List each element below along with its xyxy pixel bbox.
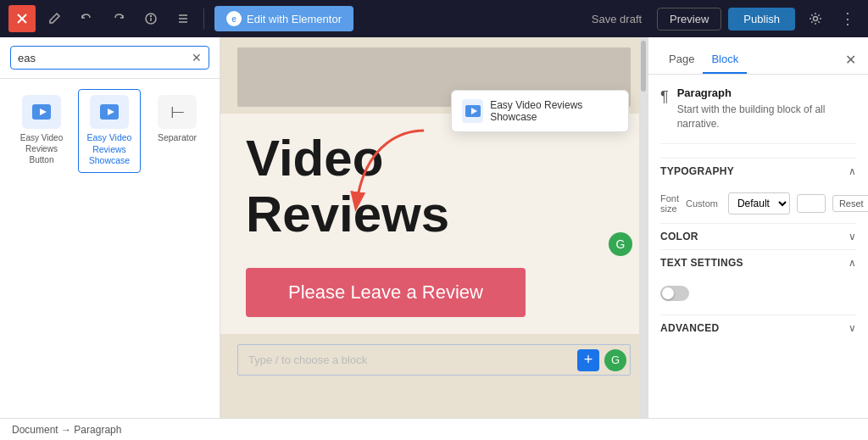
settings-button[interactable]: [802, 5, 829, 32]
search-input-wrapper: ✕: [10, 46, 209, 70]
panel-close-button[interactable]: ✕: [845, 52, 856, 68]
advanced-label: Advanced: [660, 322, 720, 334]
text-settings-label: Text settings: [660, 257, 743, 269]
redo-button[interactable]: [105, 5, 132, 32]
list-view-button[interactable]: [170, 5, 197, 32]
drop-cap-toggle[interactable]: [660, 286, 689, 301]
green-circle-top[interactable]: G: [609, 232, 632, 256]
toolbar-divider: [203, 8, 204, 29]
block-label-separator: Separator: [158, 132, 197, 144]
font-size-label: Font size: [660, 193, 679, 214]
block-item-easy-video-reviews-button[interactable]: Easy Video Reviews Button: [10, 89, 73, 173]
font-size-select[interactable]: Default: [728, 192, 790, 214]
right-panel-body: ¶ Paragraph Start with the building bloc…: [648, 75, 868, 418]
status-bar: Document → Paragraph: [0, 418, 868, 440]
popup-label: Easy Video Reviews Showcase: [490, 99, 618, 123]
text-settings-chevron: ∧: [849, 257, 856, 269]
green-circle-placeholder: G: [604, 349, 626, 371]
block-icon-easy-video-reviews-showcase: [90, 95, 129, 129]
right-panel-header: Page Block ✕: [648, 37, 868, 75]
search-input[interactable]: [18, 52, 192, 64]
typography-body: Font size Custom Default Reset: [660, 192, 856, 214]
typography-chevron: ∧: [849, 165, 856, 177]
text-settings-body: [660, 276, 856, 315]
add-block-button[interactable]: +: [577, 349, 599, 371]
font-size-custom: Custom: [686, 198, 718, 209]
block-item-easy-video-reviews-showcase[interactable]: Easy Video Reviews Showcase: [78, 89, 141, 173]
section-advanced[interactable]: Advanced ∨: [660, 315, 856, 341]
color-label: Color: [660, 231, 698, 242]
preview-button[interactable]: Preview: [657, 8, 721, 31]
toggle-knob: [662, 287, 674, 299]
block-label-easy-video-reviews-button: Easy Video Reviews Button: [14, 132, 69, 165]
svg-point-4: [151, 16, 152, 17]
tab-block[interactable]: Block: [703, 46, 747, 74]
blocks-grid: Easy Video Reviews Button Easy Video Rev…: [0, 79, 220, 183]
paragraph-icon: ¶: [660, 88, 669, 106]
review-cta-button[interactable]: Please Leave a Review: [246, 268, 526, 317]
close-button[interactable]: [8, 5, 36, 32]
elementor-icon: e: [226, 11, 242, 26]
block-label-easy-video-reviews-showcase: Easy Video Reviews Showcase: [82, 132, 136, 167]
drop-cap-row: [660, 286, 856, 301]
heading-line2: Reviews: [246, 186, 449, 242]
svg-point-8: [814, 17, 818, 21]
typography-label: Typography: [660, 165, 734, 177]
block-desc: Start with the building block of all nar…: [677, 103, 856, 131]
font-size-input[interactable]: [797, 194, 826, 213]
block-icon-separator: ⊢: [158, 95, 197, 129]
block-placeholder[interactable]: Type / to choose a block + G: [237, 344, 631, 376]
toolbar-right: Save draft Preview Publish ⋮: [583, 5, 860, 32]
right-panel: Page Block ✕ ¶ Paragraph Start with the …: [648, 37, 868, 418]
heading-line1: Video: [246, 130, 383, 187]
pencil-icon-button[interactable]: [41, 5, 68, 32]
breadcrumb: Document → Paragraph: [12, 424, 121, 436]
publish-button[interactable]: Publish: [728, 8, 795, 31]
search-bar: ✕: [0, 37, 220, 79]
more-options-button[interactable]: ⋮: [836, 7, 860, 31]
info-button[interactable]: [137, 5, 164, 32]
canvas-scrollbar-thumb[interactable]: [641, 41, 646, 92]
placeholder-text: Type / to choose a block: [248, 354, 367, 366]
paragraph-text: Paragraph Start with the building block …: [677, 86, 856, 131]
video-title: Video Reviews: [246, 131, 622, 242]
center-canvas: Easy Video Reviews Showcase Video Review…: [220, 37, 648, 418]
block-icon-easy-video-reviews-button: [22, 95, 61, 129]
undo-button[interactable]: [73, 5, 100, 32]
advanced-chevron: ∨: [849, 322, 856, 334]
block-inserter-popup: Easy Video Reviews Showcase: [451, 90, 629, 132]
tab-page[interactable]: Page: [660, 46, 703, 74]
elementor-button-label: Edit with Elementor: [247, 13, 342, 25]
color-chevron: ∨: [849, 231, 856, 242]
section-text-settings[interactable]: Text settings ∧: [660, 249, 856, 276]
top-toolbar: e Edit with Elementor Save draft Preview…: [0, 0, 868, 37]
reset-button[interactable]: Reset: [832, 195, 868, 212]
video-reviews-heading: Video Reviews: [220, 114, 648, 251]
block-title: Paragraph: [677, 86, 856, 99]
popup-icon: [462, 99, 483, 123]
edit-with-elementor-button[interactable]: e Edit with Elementor: [214, 6, 353, 31]
section-color[interactable]: Color ∨: [660, 223, 856, 249]
block-item-separator[interactable]: ⊢ Separator: [146, 89, 209, 173]
save-draft-button[interactable]: Save draft: [583, 8, 650, 31]
review-btn-row: Please Leave a Review: [220, 251, 648, 334]
main-layout: ✕ Easy Video Reviews Button Easy Video R…: [0, 37, 868, 418]
section-typography[interactable]: Typography ∧: [660, 158, 856, 184]
paragraph-info: ¶ Paragraph Start with the building bloc…: [660, 86, 856, 144]
search-clear-button[interactable]: ✕: [192, 51, 202, 64]
font-size-row: Font size Custom Default Reset: [660, 192, 856, 214]
left-panel: ✕ Easy Video Reviews Button Easy Video R…: [0, 37, 220, 418]
canvas-scrollbar[interactable]: [639, 37, 648, 418]
